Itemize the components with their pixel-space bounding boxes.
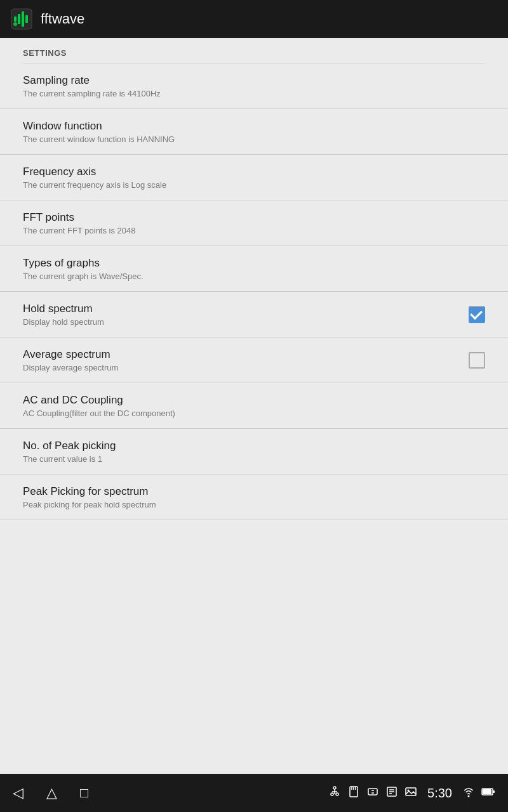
settings-item-sampling-rate[interactable]: Sampling rate The current sampling rate … <box>0 63 508 109</box>
nav-bar: ◁ △ □ <box>0 774 508 812</box>
recent-apps-button[interactable]: □ <box>80 785 88 801</box>
svg-rect-1 <box>14 16 17 22</box>
hold-spectrum-checkbox[interactable] <box>469 306 485 323</box>
wifi-icon <box>462 785 475 801</box>
settings-item-hold-spectrum[interactable]: Hold spectrum Display hold spectrum <box>0 292 508 337</box>
hold-spectrum-control[interactable] <box>469 306 485 323</box>
svg-point-9 <box>331 793 333 796</box>
settings-item-peak-picking-spectrum[interactable]: Peak Picking for spectrum Peak picking f… <box>0 475 508 520</box>
peak-picking-spectrum-title: Peak Picking for spectrum <box>23 485 485 498</box>
types-of-graphs-title: Types of graphs <box>23 257 485 270</box>
hold-spectrum-subtitle: Display hold spectrum <box>23 317 458 327</box>
settings-item-no-peak-picking[interactable]: No. of Peak picking The current value is… <box>0 429 508 475</box>
fft-points-title: FFT points <box>23 211 485 224</box>
news-icon <box>385 785 398 801</box>
svg-rect-2 <box>18 14 20 24</box>
settings-item-types-of-graphs[interactable]: Types of graphs The current graph is Wav… <box>0 246 508 292</box>
settings-item-text: Hold spectrum Display hold spectrum <box>23 303 458 327</box>
svg-point-10 <box>336 793 338 796</box>
svg-rect-4 <box>25 15 28 23</box>
no-peak-picking-subtitle: The current value is 1 <box>23 454 485 464</box>
svg-point-6 <box>333 787 336 789</box>
home-button[interactable]: △ <box>46 785 57 801</box>
settings-item-text: Average spectrum Display average spectru… <box>23 348 458 372</box>
battery-icon <box>481 785 495 801</box>
settings-item-text: Peak Picking for spectrum Peak picking f… <box>23 485 485 509</box>
svg-point-24 <box>468 796 470 797</box>
window-function-subtitle: The current window function is HANNING <box>23 134 485 144</box>
settings-item-average-spectrum[interactable]: Average spectrum Display average spectru… <box>0 337 508 383</box>
settings-item-text: Frequency axis The current frequency axi… <box>23 166 485 190</box>
usb-icon <box>328 785 341 801</box>
settings-item-frequency-axis[interactable]: Frequency axis The current frequency axi… <box>0 155 508 200</box>
main-content: SETTINGS Sampling rate The current sampl… <box>0 38 508 774</box>
settings-item-fft-points[interactable]: FFT points The current FFT points is 204… <box>0 200 508 246</box>
ac-dc-coupling-title: AC and DC Coupling <box>23 394 485 407</box>
frequency-axis-title: Frequency axis <box>23 166 485 178</box>
svg-rect-22 <box>406 788 416 796</box>
settings-item-text: FFT points The current FFT points is 204… <box>23 211 485 235</box>
average-spectrum-subtitle: Display average spectrum <box>23 363 458 372</box>
settings-item-text: Types of graphs The current graph is Wav… <box>23 257 485 281</box>
svg-rect-27 <box>483 789 491 794</box>
settings-header: SETTINGS <box>0 38 508 63</box>
settings-item-text: Sampling rate The current sampling rate … <box>23 74 485 98</box>
settings-item-text: Window function The current window funct… <box>23 120 485 144</box>
ac-dc-coupling-subtitle: AC Coupling(filter out the DC component) <box>23 409 485 418</box>
average-spectrum-checkbox[interactable] <box>469 352 485 369</box>
frequency-axis-subtitle: The current frequency axis is Log scale <box>23 180 485 190</box>
usb2-icon <box>366 785 379 801</box>
hold-spectrum-title: Hold spectrum <box>23 303 458 315</box>
fft-points-subtitle: The current FFT points is 2048 <box>23 226 485 235</box>
nav-right: 5:30 <box>328 785 495 801</box>
settings-item-ac-dc-coupling[interactable]: AC and DC Coupling AC Coupling(filter ou… <box>0 383 508 429</box>
image-icon <box>404 785 417 801</box>
svg-point-5 <box>13 22 17 26</box>
app-icon <box>10 8 33 30</box>
no-peak-picking-title: No. of Peak picking <box>23 440 485 452</box>
svg-rect-3 <box>22 11 24 27</box>
sampling-rate-title: Sampling rate <box>23 74 485 87</box>
settings-item-text: No. of Peak picking The current value is… <box>23 440 485 464</box>
settings-item-window-function[interactable]: Window function The current window funct… <box>0 109 508 155</box>
sampling-rate-subtitle: The current sampling rate is 44100Hz <box>23 89 485 98</box>
average-spectrum-control[interactable] <box>469 352 485 369</box>
clock: 5:30 <box>427 786 452 801</box>
average-spectrum-title: Average spectrum <box>23 348 458 361</box>
peak-picking-spectrum-subtitle: Peak picking for peak hold spectrum <box>23 500 485 509</box>
back-button[interactable]: ◁ <box>13 785 23 801</box>
app-title: fftwave <box>41 11 84 27</box>
svg-rect-15 <box>368 789 377 795</box>
window-function-title: Window function <box>23 120 485 133</box>
sd-card-icon <box>347 785 360 801</box>
app-bar: fftwave <box>0 0 508 38</box>
types-of-graphs-subtitle: The current graph is Wave/Spec. <box>23 272 485 281</box>
svg-rect-26 <box>493 790 495 793</box>
nav-left: ◁ △ □ <box>13 785 88 801</box>
settings-item-text: AC and DC Coupling AC Coupling(filter ou… <box>23 394 485 418</box>
